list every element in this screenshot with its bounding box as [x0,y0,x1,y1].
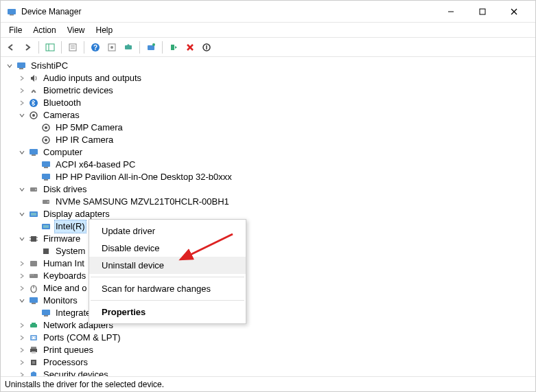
chevron-down-icon[interactable] [17,111,27,120]
tree-category[interactable]: Biometric devices [2,84,534,97]
toolbar-separator [84,41,84,54]
forward-button[interactable] [20,40,35,55]
tree-device[interactable]: System [2,245,534,257]
tree-category[interactable]: Firmware [2,233,534,245]
chevron-right-icon[interactable] [17,284,27,293]
tree-category[interactable]: Monitors [2,295,534,307]
svg-rect-52 [30,274,38,278]
svg-rect-42 [31,213,36,216]
svg-point-30 [45,139,47,141]
tree-device[interactable]: HP 5MP Camera [2,122,534,134]
svg-point-40 [47,201,49,203]
context-menu: Update driver Disable device Uninstall d… [89,219,246,324]
tree-category[interactable]: Cameras [2,109,534,122]
svg-rect-67 [31,347,36,349]
tree-label: Biometric devices [42,84,115,97]
svg-point-38 [35,189,36,190]
tree-category[interactable]: Bluetooth [2,97,534,109]
svg-rect-44 [43,225,49,228]
svg-rect-36 [44,179,48,181]
close-button[interactable] [498,1,530,22]
maximize-button[interactable] [467,1,498,22]
tree-device[interactable]: NVMe SAMSUNG MZVL21T0HCLR-00BH1 [2,196,534,208]
ctx-scan-hardware[interactable]: Scan for hardware changes [89,280,246,297]
svg-rect-34 [44,167,48,168]
tree-category[interactable]: Human Int [2,257,534,270]
monitor-icon [28,295,39,306]
tree-device[interactable]: HP HP Pavilion All-in-One Desktop 32-b0x… [2,171,534,183]
enable-device-button[interactable] [166,40,181,55]
tree-category[interactable]: Disk drives [2,183,534,196]
minimize-button[interactable] [435,1,467,22]
tree-device[interactable]: Integrated Monitor (HP All-In-One) [2,307,534,319]
tree-device[interactable]: HP IR Camera [2,134,534,146]
scan-hardware-button[interactable] [143,40,159,55]
tree-category[interactable]: Audio inputs and outputs [2,72,534,84]
menu-help[interactable]: Help [91,24,119,36]
window-title: Device Manager [21,7,435,16]
chevron-down-icon[interactable] [17,209,27,219]
monitor-icon [40,172,51,183]
chevron-down-icon[interactable] [17,185,27,194]
chevron-down-icon[interactable] [5,61,14,71]
tree-label: Audio inputs and outputs [42,72,143,84]
chevron-down-icon[interactable] [17,296,27,305]
chevron-right-icon[interactable] [17,321,27,330]
tree-category[interactable]: Display adapters [2,208,534,220]
chevron-right-icon[interactable] [17,259,27,268]
chevron-right-icon[interactable] [17,98,27,108]
chevron-right-icon[interactable] [17,86,27,95]
device-tree[interactable]: SrishtiPC Audio inputs and outputs Biome… [1,57,535,376]
svg-rect-55 [33,275,34,275]
tree-device[interactable]: ACPI x64-based PC [2,159,534,171]
ctx-update-driver[interactable]: Update driver [89,222,246,240]
tree-category[interactable]: Security devices [2,369,534,376]
chevron-down-icon[interactable] [17,148,27,157]
tree-category[interactable]: Print queues [2,344,534,356]
svg-rect-45 [31,236,36,242]
svg-rect-71 [32,361,35,364]
properties-button[interactable] [65,40,80,55]
ctx-properties[interactable]: Properties [89,303,246,321]
tree-category[interactable]: Keyboards [2,270,534,282]
tree-label: ACPI x64-based PC [54,159,137,171]
disk-icon [40,196,51,207]
back-button[interactable] [3,40,19,55]
menu-view[interactable]: View [62,24,91,36]
svg-rect-63 [32,323,36,324]
app-icon [6,6,17,17]
device-manager-window: Device Manager File Action View Help ? [0,0,536,392]
update-driver-button[interactable] [121,40,136,55]
chevron-down-icon[interactable] [17,234,27,244]
tree-category[interactable]: Mice and o [2,282,534,295]
svg-rect-8 [69,44,76,51]
show-hide-tree-button[interactable] [43,40,58,55]
menu-file[interactable]: File [3,24,27,36]
tree-label: System [54,245,86,257]
help-button[interactable]: ? [88,40,103,55]
ctx-uninstall-device[interactable]: Uninstall device [89,257,246,274]
chevron-right-icon[interactable] [17,370,27,376]
tree-category[interactable]: Network adapters [2,319,534,332]
svg-point-66 [34,337,36,338]
tree-category[interactable]: Processors [2,356,534,369]
uninstall-device-button[interactable] [183,40,198,55]
chevron-right-icon[interactable] [17,345,27,355]
display-adapter-icon [40,221,51,232]
disable-device-button[interactable] [199,40,214,55]
chevron-right-icon[interactable] [17,333,27,343]
svg-rect-0 [8,9,16,14]
tree-category[interactable]: Ports (COM & LPT) [2,332,534,344]
chevron-right-icon[interactable] [17,358,27,367]
svg-rect-53 [30,275,31,275]
ctx-disable-device[interactable]: Disable device [89,240,246,257]
svg-rect-69 [32,351,36,354]
chevron-right-icon[interactable] [17,73,27,83]
tree-label: Keyboards [42,270,87,282]
tree-device-selected[interactable]: Intel(R) [2,220,534,233]
tree-root[interactable]: SrishtiPC [2,60,534,72]
tree-category[interactable]: Computer [2,146,534,159]
action-button[interactable] [104,40,119,55]
menu-action[interactable]: Action [27,24,61,36]
chevron-right-icon[interactable] [17,271,27,281]
